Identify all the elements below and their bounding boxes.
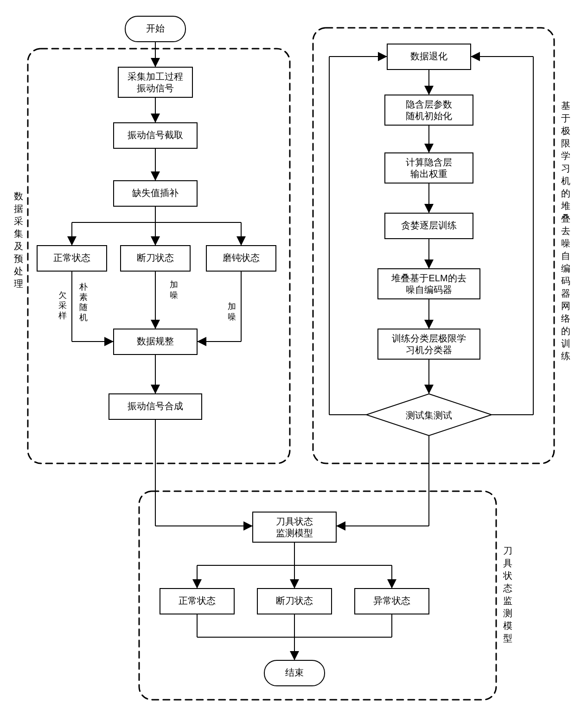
svg-text:贪婪逐层训练: 贪婪逐层训练 (401, 220, 457, 230)
svg-text:素: 素 (79, 292, 88, 302)
svg-text:朴: 朴 (79, 282, 88, 291)
svg-text:处: 处 (14, 266, 23, 276)
svg-text:正常状态: 正常状态 (179, 595, 216, 606)
svg-text:模: 模 (503, 620, 512, 631)
svg-text:隐含层参数: 隐含层参数 (406, 99, 452, 109)
svg-text:网: 网 (561, 301, 570, 311)
svg-text:断刀状态: 断刀状态 (276, 595, 313, 606)
svg-text:堆: 堆 (561, 201, 570, 211)
svg-text:异常状态: 异常状态 (373, 595, 410, 606)
svg-text:欠: 欠 (58, 291, 67, 300)
svg-text:状: 状 (503, 570, 512, 581)
svg-text:噪: 噪 (170, 291, 178, 300)
svg-text:缺失值插补: 缺失值插补 (132, 188, 179, 198)
svg-text:的: 的 (561, 188, 570, 198)
terminal-start-label: 开始 (146, 23, 165, 33)
svg-text:练: 练 (561, 351, 570, 361)
svg-text:振动信号合成: 振动信号合成 (128, 401, 183, 411)
svg-text:编: 编 (561, 263, 570, 273)
svg-text:振动信号: 振动信号 (137, 83, 174, 93)
svg-text:加: 加 (170, 280, 178, 289)
svg-text:正常状态: 正常状态 (53, 253, 90, 263)
svg-text:噪自编码器: 噪自编码器 (406, 285, 452, 295)
svg-text:数据规整: 数据规整 (137, 336, 174, 346)
terminal-end-label: 结束 (285, 667, 304, 677)
svg-text:数: 数 (14, 191, 23, 201)
svg-text:基: 基 (561, 101, 570, 111)
flowchart: 开始 数 据 采 集 及 预 处 理 采集加工过程 振动信号 振动信号截取 缺失… (9, 9, 575, 728)
svg-text:预: 预 (14, 253, 23, 264)
svg-text:具: 具 (503, 558, 512, 568)
svg-text:器: 器 (561, 288, 570, 298)
svg-text:刀: 刀 (503, 545, 512, 556)
svg-text:测: 测 (503, 608, 512, 618)
svg-text:习: 习 (561, 163, 570, 173)
svg-text:监: 监 (503, 595, 512, 606)
svg-text:数据退化: 数据退化 (410, 51, 447, 61)
svg-text:机: 机 (561, 176, 570, 186)
svg-text:机: 机 (79, 313, 88, 322)
svg-text:刀具状态: 刀具状态 (276, 516, 313, 526)
svg-text:断刀状态: 断刀状态 (137, 253, 174, 263)
svg-text:样: 样 (58, 311, 67, 320)
svg-text:限: 限 (561, 138, 570, 148)
svg-text:据: 据 (14, 203, 23, 214)
svg-text:态: 态 (503, 583, 512, 593)
svg-text:采: 采 (14, 216, 23, 226)
svg-text:码: 码 (561, 276, 570, 286)
svg-text:计算隐含层: 计算隐含层 (406, 157, 452, 167)
svg-text:型: 型 (503, 633, 512, 643)
svg-text:磨钝状态: 磨钝状态 (223, 253, 260, 263)
svg-text:堆叠基于ELM的去: 堆叠基于ELM的去 (391, 273, 466, 283)
svg-text:极: 极 (561, 126, 570, 136)
svg-text:加: 加 (228, 302, 236, 311)
svg-text:的: 的 (561, 326, 570, 336)
svg-text:于: 于 (561, 113, 570, 123)
svg-text:自: 自 (561, 251, 570, 261)
svg-text:及: 及 (14, 241, 23, 251)
svg-text:输出权重: 输出权重 (410, 169, 447, 179)
section-bottom-label: 刀 具 状 态 监 测 模 型 (503, 545, 512, 643)
section-left-label: 数 据 采 集 及 预 处 理 (14, 191, 23, 289)
svg-text:噪: 噪 (561, 238, 570, 248)
svg-text:去: 去 (561, 226, 570, 236)
svg-text:学: 学 (561, 151, 570, 161)
svg-text:采: 采 (58, 301, 67, 310)
svg-text:叠: 叠 (561, 213, 570, 223)
svg-text:训练分类层极限学: 训练分类层极限学 (392, 333, 466, 343)
svg-text:络: 络 (561, 313, 570, 323)
svg-text:采集加工过程: 采集加工过程 (128, 71, 183, 82)
svg-text:训: 训 (561, 338, 570, 348)
svg-text:集: 集 (14, 228, 23, 239)
svg-text:测试集测试: 测试集测试 (406, 410, 452, 420)
svg-text:监测模型: 监测模型 (276, 528, 313, 538)
svg-text:随机初始化: 随机初始化 (406, 111, 452, 121)
svg-text:振动信号截取: 振动信号截取 (128, 130, 183, 140)
svg-text:随: 随 (79, 303, 88, 312)
section-right-label: 基 于 极 限 学 习 机 的 堆 叠 去 噪 自 编 码 器 网 络 的 训 … (561, 101, 570, 361)
svg-text:噪: 噪 (228, 312, 236, 322)
svg-text:习机分类器: 习机分类器 (406, 345, 452, 355)
svg-text:理: 理 (14, 279, 23, 289)
